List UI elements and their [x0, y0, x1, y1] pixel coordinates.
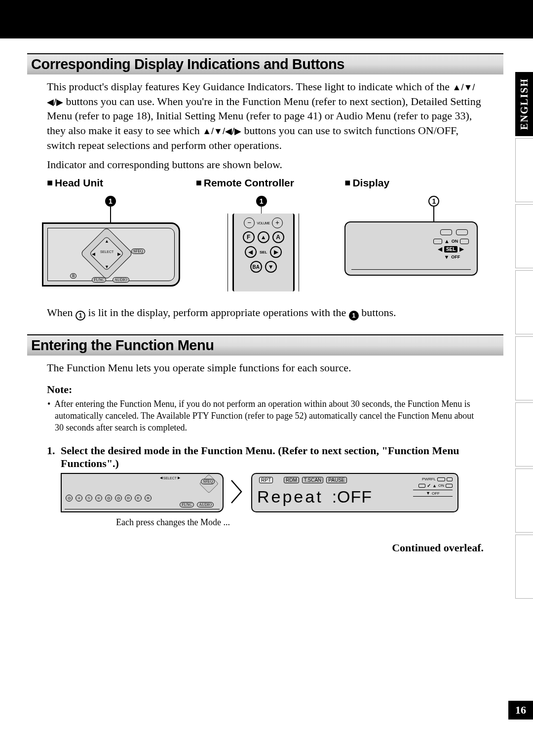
left-arrow-icon: ◀: [438, 246, 442, 253]
text-fragment: buttons.: [359, 306, 396, 319]
btn: 4: [76, 495, 82, 502]
display-diagram: 1 ▲ ON ◀ SEL: [344, 193, 473, 291]
baseline: [351, 269, 471, 270]
step-diagram-row: ◀SELECT▶ SFEQ ⊙ 4 5 6 ⊙ ⊙ D E B FUNC AUD…: [27, 470, 503, 512]
left-arrow-icon: ◀: [92, 252, 95, 256]
sel-label: SEL: [260, 250, 267, 254]
volume-label: VOLUME: [257, 221, 270, 225]
tscan-indicator: T.SCAN: [302, 477, 324, 483]
off: OFF: [432, 491, 440, 496]
remote-body: − VOLUME + F ▲ A ◀ SEL ▶ B: [232, 214, 295, 291]
rdm-indicator: RDM: [284, 477, 299, 483]
head-unit-frame: SELECT ▲ ▼ ◀ ▶ SFEQ B FUNC AUDIO: [42, 222, 180, 287]
btn: D: [125, 495, 132, 502]
ind-box: [440, 229, 452, 235]
row-sel: ◀ SEL ▶: [234, 246, 293, 258]
display-frame: ▲ ON ◀ SEL ▶ ▼ OFF: [344, 221, 478, 276]
pwrfl-row: PWRFL: [413, 477, 453, 481]
header-black-bar: [0, 0, 533, 38]
sfeq: SFEQ: [201, 479, 215, 484]
arrow-glyphs: ▲/▼/◀/▶: [202, 126, 241, 136]
section-header-function-menu: Entering the Function Menu: [27, 334, 503, 356]
step-1-header: 1. Select the desired mode in the Functi…: [27, 433, 503, 470]
audio-button: AUDIO: [113, 277, 129, 283]
volume-row: − VOLUME +: [234, 217, 293, 228]
off-row: ▼ OFF: [444, 254, 460, 260]
ind: [447, 477, 453, 481]
lcd-value: :OFF: [332, 487, 372, 506]
section-title: Entering the Function Menu: [31, 337, 499, 354]
callout-filled-inline: 1: [349, 311, 359, 321]
callout-1-outline: 1: [428, 196, 439, 207]
col-head-unit: ■Head Unit 1 SELECT ▲ ▼ ◀ ▶ SFEQ B F: [47, 177, 186, 291]
step-head-unit: ◀SELECT▶ SFEQ ⊙ 4 5 6 ⊙ ⊙ D E B FUNC AUD…: [61, 473, 224, 512]
btn: 6: [95, 495, 102, 502]
select-label: SELECT: [100, 250, 114, 253]
btn: ⊙: [105, 495, 112, 502]
down-button: ▼: [265, 261, 277, 273]
text-fragment: is lit in the display, perform appropria…: [85, 306, 349, 319]
ind: [460, 239, 469, 244]
col-header: ■Remote Controller: [196, 177, 335, 189]
step-caption: Each press changes the Mode ...: [27, 512, 503, 528]
intro-text: The Function Menu lets you operate simpl…: [27, 356, 503, 375]
section-title: Corresponding Display Indications and Bu…: [31, 56, 499, 72]
label: Remote Controller: [204, 177, 294, 188]
vol-plus-button: +: [272, 217, 283, 228]
btn: ⊙: [66, 495, 73, 502]
ind: [437, 477, 445, 481]
mini-labels: ◀SELECT▶: [160, 476, 180, 480]
ind: [446, 484, 453, 488]
up-button: ▲: [258, 231, 269, 243]
label: Display: [352, 177, 389, 188]
f-button: F: [243, 231, 255, 243]
up-arrow-icon: ▲: [105, 239, 109, 244]
footer-line: When 1 is lit in the display, perform ap…: [27, 300, 503, 321]
off-label: OFF: [451, 254, 460, 259]
intro-line: Indicator and corresponding buttons are …: [27, 152, 503, 172]
num-row: ⊙ 4 5 6 ⊙ ⊙ D E B: [66, 495, 152, 502]
select: SELECT: [163, 476, 177, 480]
remote-diagram: 1 − VOLUME + F ▲ A ◀: [196, 193, 324, 291]
note-header: Note:: [27, 375, 503, 396]
lcd-right-cluster: PWRFL ✓ ▲ON ▼OFF: [413, 477, 453, 508]
right-arrow-icon: ▶: [459, 246, 464, 253]
sel-label: SEL: [444, 246, 457, 252]
col-display: ■Display 1 ▲ ON: [344, 177, 484, 291]
func-audio-row: FUNC AUDIO: [180, 502, 214, 507]
up-arrow-icon: ▲: [444, 238, 450, 244]
left-button: ◀: [245, 246, 257, 258]
ind: [419, 484, 425, 488]
col-header: ■Display: [344, 177, 484, 189]
btn: 5: [85, 495, 92, 502]
square-icon: ■: [196, 177, 202, 188]
btn: E: [135, 495, 142, 502]
ind-box: [456, 229, 468, 235]
square-icon: ■: [47, 177, 53, 188]
section-header-display-indications: Corresponding Display Indications and Bu…: [27, 53, 503, 74]
lcd-main-row: Repeat :OFF: [257, 487, 372, 506]
sel-row: ◀ SEL ▶: [438, 246, 464, 253]
continued-overleaf: Continued overleaf.: [27, 528, 503, 554]
text-fragment: When: [47, 306, 76, 319]
lcd-top-indicators: RPT RDM T.SCAN PAUSE: [259, 477, 347, 483]
callout-outline-inline: 1: [76, 311, 85, 321]
off-row: ▼OFF: [413, 490, 453, 497]
down-arrow-icon: ▼: [105, 264, 109, 269]
lcd-display: RPT RDM T.SCAN PAUSE Repeat :OFF PWRFL ✓: [251, 473, 458, 512]
a-button: A: [272, 231, 284, 243]
func-button: FUNC: [92, 277, 106, 283]
ind: [433, 239, 442, 244]
chevron-icon: [230, 479, 244, 506]
label: Head Unit: [55, 177, 103, 188]
audio: AUDIO: [197, 502, 214, 507]
diagram-columns: ■Head Unit 1 SELECT ▲ ▼ ◀ ▶ SFEQ B F: [27, 172, 503, 291]
page-number: 16: [508, 701, 533, 720]
col-header: ■Head Unit: [47, 177, 186, 189]
square-icon: ■: [344, 177, 350, 188]
vol-minus-button: −: [244, 217, 255, 228]
down-arrow-icon: ▼: [444, 254, 449, 260]
ind-top: [440, 229, 468, 235]
text-fragment: This product's display features Key Guid…: [47, 80, 453, 93]
step-text: Select the desired mode in the Function …: [61, 444, 484, 470]
